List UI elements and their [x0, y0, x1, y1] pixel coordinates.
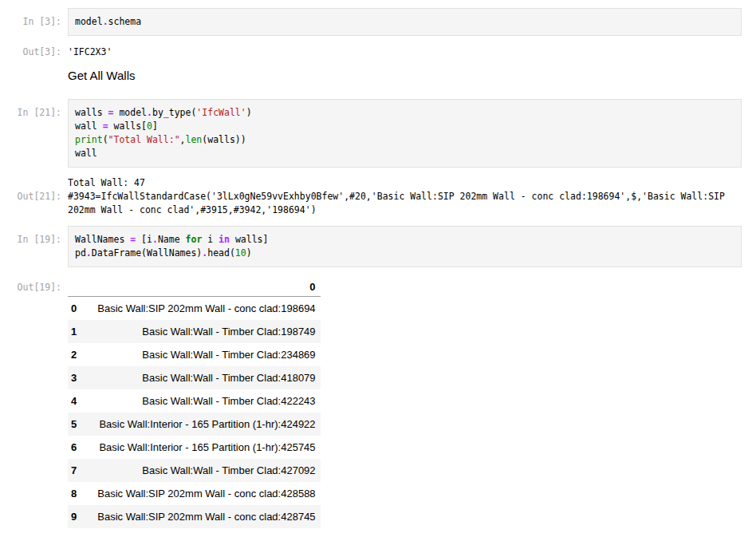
row-value: Basic Wall:Wall - Timber Clad:418079: [85, 366, 320, 389]
input-prompt: In [21]:: [0, 106, 61, 120]
row-index: 7: [68, 459, 85, 482]
row-value: Basic Wall:SIP 202mm Wall - conc clad:42…: [85, 505, 320, 528]
code-editor-2[interactable]: walls = model.by_type('IfcWall')wall = w…: [68, 99, 742, 168]
row-value: Basic Wall:Wall - Timber Clad:427092: [85, 459, 320, 482]
value-column-header: 0: [85, 278, 320, 297]
stream-output-text: Total Wall: 47: [68, 176, 742, 190]
code-lines: model.schema: [75, 15, 734, 29]
row-index: 3: [68, 366, 85, 389]
table-row: 3Basic Wall:Wall - Timber Clad:418079: [68, 366, 321, 389]
row-index: 2: [68, 343, 85, 366]
table-row: 2Basic Wall:Wall - Timber Clad:234869: [68, 343, 321, 366]
row-value: Basic Wall:SIP 202mm Wall - conc clad:42…: [85, 482, 320, 505]
table-row: 5Basic Wall:Interior - 165 Partition (1-…: [68, 413, 321, 436]
row-index: 0: [68, 297, 85, 321]
output-prompt: Out[21]:: [0, 190, 61, 203]
table-row: 6Basic Wall:Interior - 165 Partition (1-…: [68, 436, 321, 459]
table-row: 7Basic Wall:Wall - Timber Clad:427092: [68, 459, 321, 482]
output-prompt: Out[3]:: [0, 45, 61, 59]
notebook: In [3]: model.schema Out[3]: 'IFC2X3' Ge…: [0, 0, 756, 545]
input-prompt-gutter: In [21]:: [0, 99, 68, 120]
table-body: 0Basic Wall:SIP 202mm Wall - conc clad:1…: [68, 297, 321, 529]
row-value: Basic Wall:SIP 202mm Wall - conc clad:19…: [85, 297, 320, 321]
row-value: Basic Wall:Wall - Timber Clad:198749: [85, 320, 320, 343]
row-value: Basic Wall:Wall - Timber Clad:422243: [85, 389, 320, 413]
output-cell-21: Out[21]: #3943=IfcWallStandardCase('3lLx…: [0, 190, 742, 217]
row-value: Basic Wall:Wall - Timber Clad:234869: [85, 343, 320, 366]
markdown-text: Get All Walls: [68, 69, 742, 83]
code-line: wall = walls[0]: [75, 120, 734, 133]
output-result-text: 'IFC2X3': [68, 45, 742, 59]
code-line: walls = model.by_type('IfcWall'): [75, 106, 734, 120]
input-prompt: In [3]:: [0, 15, 61, 29]
output-prompt-gutter: Out[21]:: [0, 190, 68, 203]
table-row: 9Basic Wall:SIP 202mm Wall - conc clad:4…: [68, 505, 321, 528]
row-index: 6: [68, 436, 85, 459]
markdown-cell: Get All Walls: [0, 69, 742, 83]
output-prompt-gutter: Out[3]:: [0, 45, 68, 59]
code-cell-2: In [21]: walls = model.by_type('IfcWall'…: [0, 99, 742, 168]
row-index: 1: [68, 320, 85, 343]
row-index: 9: [68, 505, 85, 528]
code-line: wall: [75, 147, 734, 160]
code-lines: walls = model.by_type('IfcWall')wall = w…: [75, 106, 734, 160]
code-editor-1[interactable]: model.schema: [68, 8, 742, 36]
row-index: 8: [68, 482, 85, 505]
index-column-header: [68, 278, 85, 297]
dataframe-table: 0 0Basic Wall:SIP 202mm Wall - conc clad…: [68, 278, 321, 528]
code-lines: WallNames = [i.Name for i in walls]pd.Da…: [75, 233, 734, 260]
row-index: 5: [68, 413, 85, 436]
code-cell-1: In [3]: model.schema: [0, 8, 742, 36]
output-prompt: Out[19]:: [0, 281, 61, 294]
code-line: WallNames = [i.Name for i in walls]: [75, 233, 734, 247]
output-cell-3: Out[3]: 'IFC2X3': [0, 45, 742, 59]
table-row: 1Basic Wall:Wall - Timber Clad:198749: [68, 320, 321, 343]
output-cell-19: Out[19]: 0 0Basic Wall:SIP 202mm Wall - …: [0, 278, 742, 528]
table-row: 0Basic Wall:SIP 202mm Wall - conc clad:1…: [68, 297, 321, 321]
input-prompt-gutter: In [19]:: [0, 226, 68, 247]
code-line: pd.DataFrame(WallNames).head(10): [75, 247, 734, 260]
row-value: Basic Wall:Interior - 165 Partition (1-h…: [85, 413, 320, 436]
code-line: print("Total Wall:",len(walls)): [75, 133, 734, 147]
table-row: 4Basic Wall:Wall - Timber Clad:422243: [68, 389, 321, 413]
row-index: 4: [68, 389, 85, 413]
code-line: model.schema: [75, 15, 734, 29]
row-value: Basic Wall:Interior - 165 Partition (1-h…: [85, 436, 320, 459]
output-prompt-gutter: Out[19]:: [0, 278, 68, 294]
stream-output-row: Total Wall: 47: [0, 176, 742, 190]
output-result-text: #3943=IfcWallStandardCase('3lLx0gNe59vvE…: [68, 190, 742, 217]
code-cell-3: In [19]: WallNames = [i.Name for i in wa…: [0, 226, 742, 267]
table-header: 0: [68, 278, 321, 297]
input-prompt-gutter: In [3]:: [0, 8, 68, 29]
code-editor-3[interactable]: WallNames = [i.Name for i in walls]pd.Da…: [68, 226, 742, 267]
input-prompt: In [19]:: [0, 233, 61, 247]
table-row: 8Basic Wall:SIP 202mm Wall - conc clad:4…: [68, 482, 321, 505]
